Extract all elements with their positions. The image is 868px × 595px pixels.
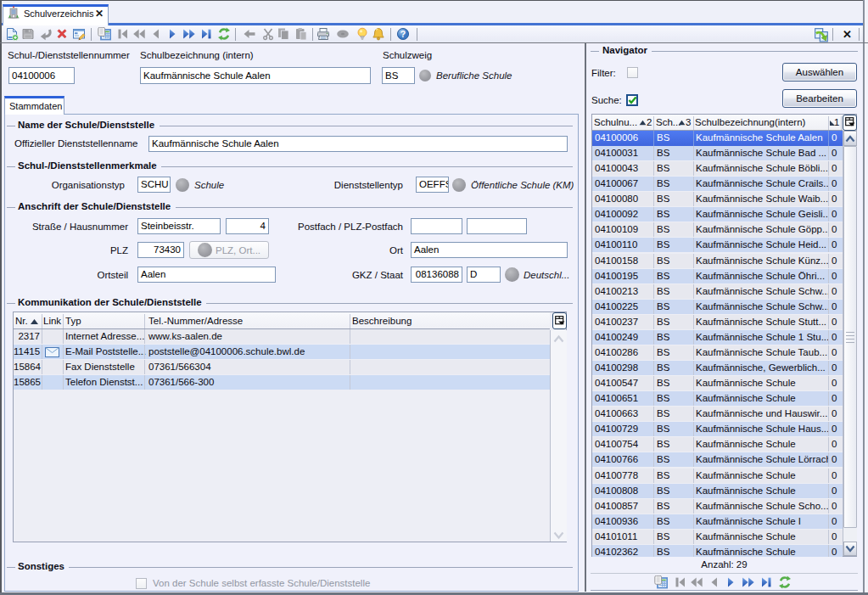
svg-text:?: ? — [400, 29, 406, 39]
